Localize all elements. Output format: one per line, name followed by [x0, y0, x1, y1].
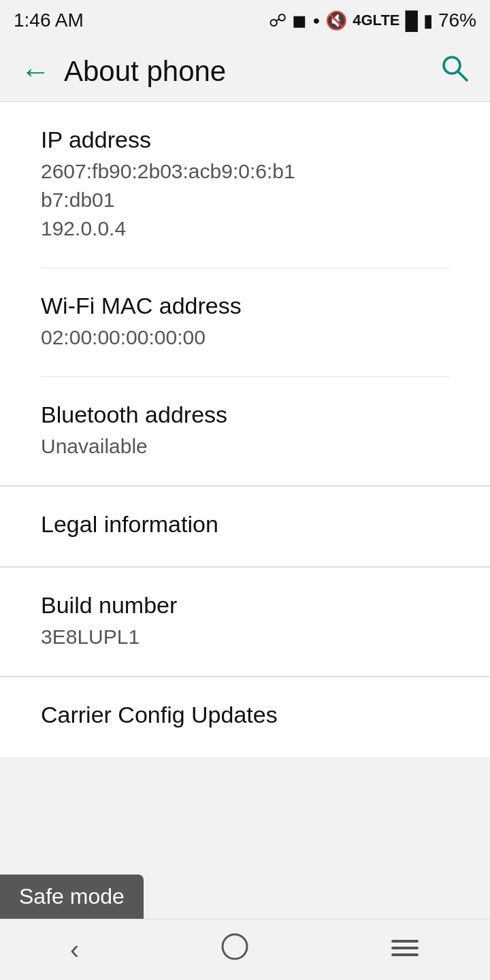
bluetooth-address-value: Unavailable	[41, 432, 449, 461]
wifi-mac-label: Wi-Fi MAC address	[41, 293, 449, 319]
message-icon: ☍	[269, 10, 287, 31]
build-number-item[interactable]: Build number 3E8LUPL1	[0, 568, 490, 676]
carrier-config-item[interactable]: Carrier Config Updates	[0, 677, 490, 757]
mute-icon: 🔇	[325, 10, 347, 31]
page-title: About phone	[64, 55, 433, 88]
svg-rect-5	[391, 953, 419, 956]
nav-menu-button[interactable]	[370, 928, 440, 972]
content-area: IP address 2607:fb90:2b03:acb9:0:6:b1b7:…	[0, 102, 490, 818]
legal-info-block[interactable]: Legal information	[0, 487, 490, 566]
search-button[interactable]	[433, 46, 476, 96]
legal-information-label: Legal information	[41, 511, 449, 538]
build-number-block: Build number 3E8LUPL1	[0, 568, 490, 676]
nav-home-button[interactable]	[199, 925, 270, 975]
signal-icon: █	[406, 10, 418, 31]
svg-rect-3	[391, 940, 419, 943]
image-icon: ◼	[292, 10, 307, 31]
ip-address-label: IP address	[41, 127, 449, 153]
nav-back-button[interactable]: ‹	[50, 928, 99, 972]
ip-address-item: IP address 2607:fb90:2b03:acb9:0:6:b1b7:…	[0, 102, 490, 267]
status-bar: 1:46 AM ☍ ◼ ● 🔇 4GLTE █ ▮ 76%	[0, 0, 490, 41]
svg-line-1	[458, 71, 467, 80]
network-info-block: IP address 2607:fb90:2b03:acb9:0:6:b1b7:…	[0, 102, 490, 485]
back-button[interactable]: ←	[14, 50, 57, 93]
bluetooth-address-label: Bluetooth address	[41, 402, 449, 428]
lte-icon: 4GLTE	[353, 12, 399, 29]
ip-address-value: 2607:fb90:2b03:acb9:0:6:b1b7:db01192.0.0…	[41, 157, 449, 243]
carrier-config-block[interactable]: Carrier Config Updates	[0, 677, 490, 757]
wifi-mac-value: 02:00:00:00:00:00	[41, 323, 449, 352]
bluetooth-address-item: Bluetooth address Unavailable	[0, 377, 490, 485]
build-number-label: Build number	[41, 592, 449, 619]
battery-level: 76%	[438, 10, 476, 31]
svg-point-2	[223, 934, 247, 959]
bottom-nav: ‹	[0, 919, 490, 980]
build-number-value: 3E8LUPL1	[41, 623, 449, 651]
battery-icon: ▮	[423, 10, 433, 31]
top-bar: ← About phone	[0, 41, 490, 102]
dot-indicator: ●	[312, 14, 320, 28]
status-time: 1:46 AM	[14, 10, 84, 31]
legal-information-item[interactable]: Legal information	[0, 487, 490, 566]
wifi-mac-item: Wi-Fi MAC address 02:00:00:00:00:00	[0, 268, 490, 376]
svg-rect-4	[391, 947, 419, 949]
status-icons: ☍ ◼ ● 🔇 4GLTE █ ▮ 76%	[269, 10, 476, 31]
carrier-config-label: Carrier Config Updates	[41, 702, 449, 728]
safe-mode-badge: Safe mode	[0, 875, 144, 919]
